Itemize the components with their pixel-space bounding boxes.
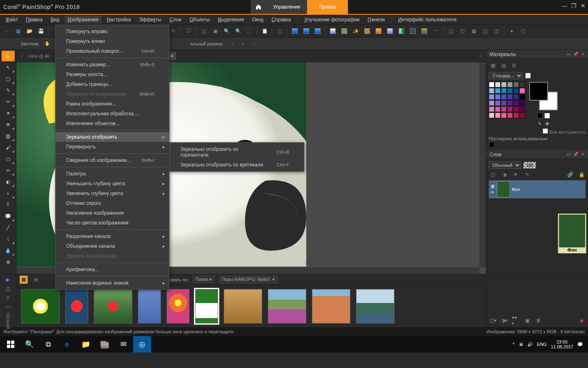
org-tree-icon[interactable]: ◫	[4, 286, 12, 292]
effect-3-icon[interactable]	[314, 27, 322, 35]
effect-wand-icon[interactable]: ✨	[352, 27, 360, 35]
thumb-item[interactable]	[167, 289, 189, 323]
prev-doc-button[interactable]: ‹	[19, 53, 25, 59]
panel-minimize-icon[interactable]: ▭	[566, 152, 570, 157]
swatch[interactable]	[501, 94, 507, 100]
resize-icon[interactable]: ◱	[200, 27, 208, 35]
swatch[interactable]	[507, 100, 513, 106]
speech-tool[interactable]: 💬	[2, 211, 15, 222]
swatch-view-icon[interactable]: ▦	[489, 61, 497, 70]
thumb-item-selected[interactable]	[195, 289, 218, 323]
effect-2-icon[interactable]	[302, 27, 310, 35]
tray-volume-icon[interactable]: 🔊	[527, 342, 533, 347]
effect-sky-icon[interactable]	[386, 27, 394, 35]
swatch[interactable]	[513, 112, 519, 118]
tray-chevron-icon[interactable]: ^	[512, 342, 514, 347]
effect-field-icon[interactable]	[420, 27, 428, 35]
frame-2-icon[interactable]: ◫	[458, 27, 466, 35]
grid-icon[interactable]: ▦	[14, 27, 22, 35]
swatch[interactable]	[507, 82, 513, 88]
menu-item[interactable]: Произвольный поворот...Ctrl+R	[56, 46, 169, 56]
org-play-icon[interactable]: ▶	[4, 277, 12, 283]
menu-item[interactable]: Уменьшить глубину цвета▸	[56, 179, 169, 188]
menu-item[interactable]: Повернуть влево	[56, 36, 169, 46]
new-file-icon[interactable]: ▫	[2, 27, 11, 35]
menu-help[interactable]: Справка	[268, 16, 294, 24]
list-view-icon[interactable]: ▤	[499, 61, 508, 70]
menu-item[interactable]: Повернуть вправо	[56, 27, 169, 36]
layer-mask-icon[interactable]: ◑	[500, 171, 508, 179]
start-button[interactable]	[2, 336, 20, 352]
pan-tool[interactable]: ✋	[2, 51, 15, 61]
menu-item[interactable]: Оттенки серого	[56, 198, 169, 208]
panel-close-icon[interactable]: ✕	[581, 52, 585, 57]
open-icon[interactable]: 📂	[25, 27, 33, 35]
layer-link-icon[interactable]: 🔗	[566, 171, 574, 179]
brush-tool[interactable]: 🖌	[2, 142, 15, 153]
redeye-tool[interactable]: 👁	[2, 119, 15, 130]
tray-notifications-icon[interactable]: 💬	[577, 342, 583, 347]
submenu-item[interactable]: Зеркально отобразить по вретикалиCtrl+T	[170, 160, 304, 170]
swatch[interactable]	[495, 88, 501, 94]
thumb-item[interactable]	[94, 289, 132, 323]
swatch[interactable]	[501, 82, 507, 88]
materials-panel-header[interactable]: Материалы ▭📌✕	[486, 50, 588, 59]
blend-mode-select[interactable]: Обычный	[489, 162, 521, 169]
effect-orange-icon[interactable]	[374, 27, 383, 35]
text-tool[interactable]: T	[2, 200, 15, 210]
sort-dropdown[interactable]: Папка ▾	[193, 276, 215, 283]
frame-3-icon[interactable]: ▦	[470, 27, 478, 35]
frame-4-icon[interactable]: ◫	[481, 27, 489, 35]
pan-preset-icon[interactable]: ✋	[43, 40, 51, 48]
effect-photo-icon[interactable]	[340, 27, 348, 35]
move-tool[interactable]: ↖	[2, 62, 15, 73]
lb-mask-icon[interactable]: ◑▾	[500, 316, 508, 325]
panel-pin-icon[interactable]: 📌	[573, 52, 579, 57]
layers-panel-header[interactable]: Слои ▭📌✕	[486, 150, 588, 159]
size-btn-3[interactable]: ▫	[249, 40, 258, 48]
selection-tool[interactable]: ▢	[2, 74, 15, 84]
add-swatch-icon[interactable]: ⊞	[510, 61, 518, 70]
menu-item[interactable]: Размеры холста...	[56, 70, 169, 79]
org-list-icon[interactable]: ≡	[4, 295, 12, 301]
shape-tool[interactable]: ◻	[2, 154, 15, 164]
menu-adjust[interactable]: Настройка	[103, 16, 134, 24]
panel-pin-icon[interactable]: 📌	[573, 152, 579, 157]
swatch[interactable]	[513, 94, 519, 100]
effect-rainbow-icon[interactable]	[397, 27, 405, 35]
menu-item[interactable]: Число цветов изображения	[56, 218, 169, 228]
menu-item[interactable]: Негативное изображение	[56, 208, 169, 218]
thumb-item[interactable]	[356, 289, 394, 323]
frame-5-icon[interactable]: ◫	[492, 27, 501, 35]
layer-row[interactable]: ▣ 👁 Фон	[489, 180, 586, 198]
swatch[interactable]	[507, 88, 513, 94]
org-screen-icon[interactable]: ▭	[4, 304, 12, 310]
redo-icon[interactable]: ↻	[169, 27, 178, 35]
opacity-field[interactable]: 100	[523, 162, 536, 168]
swatch[interactable]	[495, 82, 501, 88]
layer-vis2-icon[interactable]: 👁	[490, 190, 495, 195]
menu-image[interactable]: Изображение	[65, 16, 102, 24]
retouch-tool[interactable]: ▨	[2, 131, 15, 141]
thumb-item[interactable]	[21, 289, 60, 323]
menu-item[interactable]: Палитра▸	[56, 169, 169, 179]
org-view-thumb-icon[interactable]: ▦	[20, 276, 28, 284]
menu-item[interactable]: Объединение канала▸	[56, 241, 169, 251]
warp-tool[interactable]: ⤹	[2, 234, 15, 245]
menu-window[interactable]: Окно	[249, 16, 267, 24]
smudge-tool[interactable]: ◐	[2, 177, 15, 187]
swatch[interactable]	[495, 100, 501, 106]
thumb-item[interactable]	[224, 289, 262, 323]
layer-vis-icon[interactable]: ▣	[490, 183, 495, 189]
org-view-list-icon[interactable]: ▤	[32, 276, 40, 284]
swatch[interactable]	[489, 106, 494, 112]
tab-edit[interactable]: Правка	[307, 0, 348, 14]
all-tools-checkbox[interactable]	[543, 128, 548, 134]
preview-icon[interactable]: ▢	[276, 27, 284, 35]
zoom-out-icon[interactable]: 🔍	[234, 27, 242, 35]
info-icon[interactable]: ⓘ	[185, 27, 193, 35]
menu-item[interactable]: Изменить размер...Shift+S	[56, 60, 169, 70]
effect-dark-icon[interactable]	[409, 27, 417, 35]
fit-icon[interactable]: ⛶	[245, 27, 254, 35]
menu-item[interactable]: Зеркально отобразить▸	[56, 132, 169, 142]
